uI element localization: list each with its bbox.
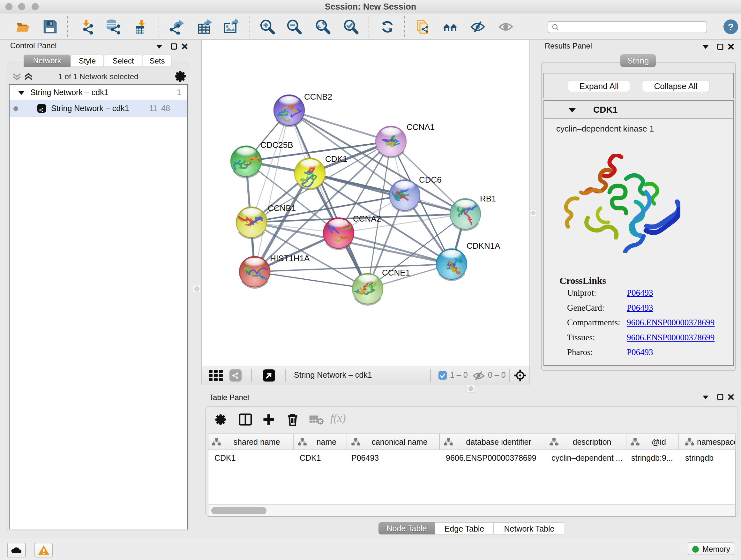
svg-text:CDKN1A: CDKN1A xyxy=(467,241,500,251)
svg-text:CDK1: CDK1 xyxy=(325,154,347,164)
svg-text:CCNB1: CCNB1 xyxy=(268,203,296,213)
svg-text:CDC6: CDC6 xyxy=(419,175,442,185)
svg-text:CCNA1: CCNA1 xyxy=(407,122,434,132)
svg-text:HIST1H1A: HIST1H1A xyxy=(270,253,310,263)
svg-text:CDC25B: CDC25B xyxy=(260,140,293,150)
svg-text:CCNA2: CCNA2 xyxy=(353,214,381,224)
svg-text:CCNE1: CCNE1 xyxy=(382,268,410,277)
svg-text:CCNB2: CCNB2 xyxy=(304,92,332,102)
svg-text:RB1: RB1 xyxy=(480,194,496,203)
